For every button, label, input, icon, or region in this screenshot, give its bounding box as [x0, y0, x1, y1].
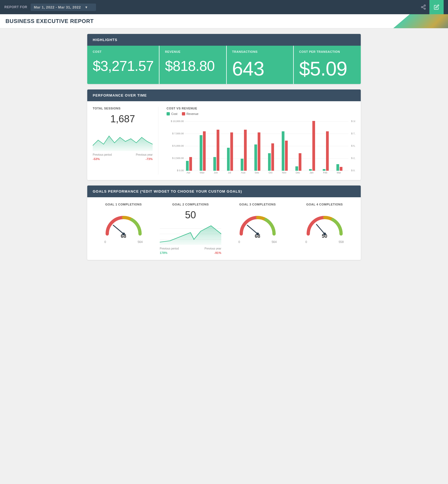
cost-legend-dot [167, 112, 170, 115]
svg-text:$ 5,000.00: $ 5,000.00 [351, 144, 355, 147]
svg-rect-44 [340, 167, 342, 171]
svg-rect-35 [282, 131, 284, 171]
highlights-section: HIGHLIGHTS COST $3,271.57 REVENUE $818.8… [87, 34, 361, 84]
previous-period-label: Previous period [93, 153, 112, 156]
cost-legend-label: Cost [171, 112, 178, 115]
svg-rect-22 [189, 157, 192, 171]
top-bar: REPORT FOR Mar 1, 2022 - Mar 31, 2022 ▾ [0, 0, 448, 14]
svg-text:Jun: Jun [214, 171, 218, 173]
svg-rect-30 [244, 130, 247, 171]
date-range-dropdown[interactable]: Mar 1, 2022 - Mar 31, 2022 ▾ [31, 4, 96, 11]
bar-chart-svg: $ 10,000.00 $ 7,500.00 $ 5,000.00 $ 2,50… [167, 119, 355, 173]
date-range-value: Mar 1, 2022 - Mar 31, 2022 [34, 5, 81, 9]
svg-text:Jan: Jan [310, 171, 314, 173]
svg-line-65 [316, 224, 325, 234]
goal2-prev-year-label: Previous year [205, 247, 221, 250]
goal3-panel: GOAL 3 COMPLETIONS 68 0 564 [227, 203, 288, 254]
bar-chart: $ 10,000.00 $ 7,500.00 $ 5,000.00 $ 2,50… [167, 119, 355, 175]
goal4-gauge-svg [306, 209, 344, 237]
goals-header: GOALS PERFORMANCE (*EDIT WIDGET TO CHOOS… [87, 186, 361, 197]
sessions-sparkline [93, 129, 153, 151]
report-for-label: REPORT FOR [4, 5, 27, 9]
svg-rect-43 [336, 164, 339, 171]
goal4-panel: GOAL 4 COMPLETIONS 50 0 558 [294, 203, 355, 254]
svg-text:Dec: Dec [296, 171, 300, 173]
previous-year-label: Previous year [136, 153, 153, 156]
goal4-label: GOAL 4 COMPLETIONS [294, 203, 355, 206]
svg-text:Apr: Apr [187, 171, 190, 173]
share-button[interactable] [418, 2, 428, 12]
chart-legend: Cost Revenue [167, 112, 355, 115]
goal1-gauge [104, 209, 143, 231]
svg-line-4 [423, 6, 424, 7]
svg-rect-25 [213, 157, 216, 171]
goal2-period-labels: Previous period Previous year [160, 247, 221, 250]
goal3-max: 564 [272, 240, 277, 244]
performance-content: TOTAL SESSIONS 1,687 [87, 101, 361, 180]
svg-text:Sep: Sep [255, 171, 259, 173]
highlights-grid: COST $3,271.57 REVENUE $818.80 TRANSACTI… [87, 46, 361, 84]
svg-text:May: May [200, 171, 205, 173]
svg-rect-39 [309, 169, 312, 171]
svg-text:$ 2,500.00: $ 2,500.00 [172, 157, 184, 160]
revenue-label: REVENUE [165, 50, 220, 53]
svg-rect-41 [323, 169, 325, 171]
goal2-prev-year-value: -91% [214, 251, 221, 254]
sessions-panel: TOTAL SESSIONS 1,687 [93, 107, 158, 175]
sessions-sparkline-svg [93, 129, 153, 151]
svg-text:$ 7,500.00: $ 7,500.00 [172, 132, 184, 135]
goal2-sparkline [160, 223, 221, 245]
highlight-transactions: TRANSACTIONS 643 [227, 46, 294, 84]
goal4-max: 558 [339, 240, 344, 244]
svg-rect-42 [326, 131, 329, 171]
svg-point-1 [421, 7, 423, 8]
cost-label: COST [93, 50, 153, 53]
svg-text:$ 5,000.00: $ 5,000.00 [172, 144, 184, 147]
goal3-min: 0 [238, 240, 240, 244]
svg-rect-21 [186, 161, 189, 171]
goal2-panel: GOAL 2 COMPLETIONS 50 [160, 203, 221, 254]
goal3-gauge-svg [238, 209, 277, 237]
svg-rect-33 [268, 153, 271, 171]
svg-text:$ 0.00: $ 0.00 [177, 169, 184, 172]
goal3-gauge [238, 209, 277, 231]
svg-text:$ 7,500.00: $ 7,500.00 [351, 132, 355, 135]
svg-rect-24 [203, 131, 206, 171]
goal2-period-values: 178% -91% [160, 251, 221, 254]
svg-text:Jul: Jul [228, 171, 231, 173]
svg-rect-29 [241, 159, 243, 171]
top-bar-actions [418, 0, 444, 14]
svg-rect-38 [299, 153, 301, 171]
cpt-value: $5.09 [299, 59, 355, 79]
svg-marker-5 [93, 136, 153, 151]
cpt-label: COST PER TRANSACTION [299, 50, 355, 53]
goal3-gauge-labels: 0 564 [238, 240, 277, 244]
svg-rect-40 [312, 121, 315, 171]
goal2-sparkline-svg [160, 223, 221, 245]
goal2-value: 50 [160, 209, 221, 221]
goals-section: GOALS PERFORMANCE (*EDIT WIDGET TO CHOOS… [87, 186, 361, 260]
goal1-panel: GOAL 1 COMPLETIONS 68 0 [93, 203, 154, 254]
chevron-down-icon: ▾ [85, 5, 88, 9]
svg-text:$ 0.00: $ 0.00 [351, 169, 355, 172]
goal1-label: GOAL 1 COMPLETIONS [93, 203, 154, 206]
revenue-legend-label: Revenue [187, 112, 199, 115]
previous-year-value: -73% [146, 157, 153, 161]
previous-period-value: -53% [93, 157, 100, 161]
period-labels: Previous period Previous year [93, 153, 153, 156]
highlights-header: HIGHLIGHTS [87, 34, 361, 46]
sessions-value: 1,687 [93, 113, 153, 125]
revenue-value: $818.80 [165, 59, 220, 73]
goal4-gauge [306, 209, 344, 231]
svg-point-2 [424, 8, 426, 9]
svg-rect-23 [200, 135, 202, 171]
period-values: -53% -73% [93, 157, 153, 161]
edit-button[interactable] [429, 0, 444, 14]
highlight-revenue: REVENUE $818.80 [159, 46, 226, 84]
svg-rect-28 [230, 132, 233, 171]
svg-rect-32 [258, 132, 260, 171]
svg-point-0 [424, 5, 426, 6]
report-for-section: REPORT FOR Mar 1, 2022 - Mar 31, 2022 ▾ [4, 4, 96, 11]
goal2-prev-period-value: 178% [160, 251, 167, 254]
goal1-gauge-svg [104, 209, 143, 237]
